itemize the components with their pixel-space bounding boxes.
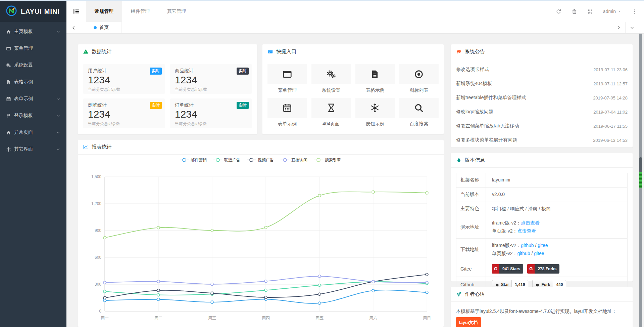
sidebar-item-label: 表格示例 (14, 79, 33, 85)
header-nav-tab[interactable]: 其它管理 (158, 1, 195, 22)
version-link[interactable]: gitee (534, 251, 544, 256)
data-point (211, 292, 213, 294)
link-prefix: iframe版-v2： (492, 243, 521, 248)
version-link[interactable]: github (517, 251, 530, 256)
fire-drop-icon (456, 157, 462, 163)
page-tabbar: 首页 (66, 22, 644, 34)
chevron-down-icon (56, 147, 60, 152)
svg-text:周二: 周二 (154, 316, 162, 320)
tab-menu-down-icon[interactable] (625, 22, 639, 33)
announcement-date: 2019-07-04 11:02 (593, 110, 628, 115)
quick-entry-item[interactable]: 表单示例 (267, 98, 307, 127)
menu-fold-icon[interactable] (66, 1, 86, 22)
quick-entry-item[interactable]: 图标列表 (399, 64, 439, 93)
refresh-icon[interactable] (556, 9, 561, 14)
header-nav-tab[interactable]: 组件管理 (122, 1, 158, 22)
announcement-title[interactable]: 修改logo缩放问题 (456, 109, 493, 115)
version-link[interactable]: 点击查看 (521, 220, 540, 226)
quick-entry-item[interactable]: 404页面 (311, 98, 351, 127)
more-kebab-icon[interactable] (632, 9, 637, 14)
announcement-title[interactable]: 修改选项卡样式 (456, 67, 489, 73)
home-icon (6, 29, 14, 34)
stat-card-title: 浏览统计 (88, 102, 160, 108)
sidebar-item[interactable]: 主页模板 (0, 23, 66, 40)
svg-text:搜索引擎: 搜索引擎 (325, 158, 341, 162)
gitee-logo-icon: G (492, 264, 499, 274)
version-link[interactable]: 点击查看 (517, 228, 536, 234)
flag-icon (6, 113, 14, 118)
paper-plane-icon (456, 291, 462, 297)
legend-item[interactable]: 直接访问 (281, 158, 307, 162)
announcement-title[interactable]: 修复多模块菜单栏展开有问题 (456, 137, 517, 143)
sidebar-item-label: 登录模板 (14, 113, 33, 119)
clear-cache-trash-icon[interactable] (572, 9, 577, 14)
sidebar-item[interactable]: 其它界面 (0, 141, 66, 158)
legend-item[interactable]: 邮件营销 (180, 158, 207, 162)
svg-text:300: 300 (95, 282, 101, 287)
announcement-title[interactable]: 新增系统404模板 (456, 81, 492, 87)
panel-title: 快捷入口 (276, 48, 296, 55)
card-icon (267, 49, 273, 54)
tab-scroll-right-icon[interactable] (612, 22, 625, 33)
octocat-icon (495, 283, 499, 287)
svg-text:周四: 周四 (262, 316, 270, 320)
announcement-title[interactable]: 修复左侧菜单缩放tab无法移动 (456, 123, 519, 129)
legend-item[interactable]: 视频广告 (247, 158, 274, 162)
panel-quick-entry: 快捷入口 菜单管理系统设置表格示例图标列表表单示例404页面按钮示例百度搜索 (262, 44, 444, 134)
header-nav-tab[interactable]: 常规管理 (86, 1, 122, 22)
logo[interactable]: LAYUI MINI (0, 1, 66, 22)
data-point (211, 283, 213, 286)
version-row: 框架名称layuimini (456, 173, 628, 188)
svg-text:周日: 周日 (423, 316, 431, 320)
sidebar-item[interactable]: 异常页面 (0, 124, 66, 141)
quick-entry-item[interactable]: 系统设置 (311, 64, 351, 93)
app-title: LAYUI MINI (21, 8, 60, 15)
quick-entry-item[interactable]: 按钮示例 (355, 98, 395, 127)
version-link[interactable]: gitee (538, 243, 548, 248)
data-point (211, 301, 213, 303)
version-row-label: Gitee (456, 261, 486, 277)
version-row-value: iframe版-v2：点击查看单页版-v2：点击查看 (486, 216, 628, 239)
page-scrollbar-track[interactable] (639, 34, 642, 327)
layui-doc-badge[interactable]: layui文档 (456, 317, 481, 327)
version-link[interactable]: github (521, 243, 534, 248)
gears-icon (6, 63, 14, 68)
announcement-title[interactable]: 新增treetable插件和菜单管理样式 (456, 95, 526, 101)
legend-item[interactable]: 搜索引擎 (314, 158, 341, 162)
quick-entry-label: 404页面 (311, 121, 351, 127)
sidebar-item[interactable]: 表格示例 (0, 74, 66, 90)
svg-text:周六: 周六 (369, 316, 377, 320)
sidebar-item[interactable]: 系统设置 (0, 57, 66, 74)
window-icon (267, 64, 307, 84)
page-scrollbar-thumb[interactable] (639, 157, 642, 188)
tab-scroll-left-icon[interactable] (66, 22, 81, 33)
fullscreen-icon[interactable] (587, 9, 593, 14)
quick-entry-item[interactable]: 百度搜索 (399, 98, 439, 127)
header: 常规管理组件管理其它管理 admin (66, 1, 644, 22)
sidebar-item-label: 表单示例 (14, 96, 33, 102)
user-menu[interactable]: admin (603, 9, 622, 14)
version-row: 主要特色零门槛 / 响应式 / 清爽 / 极简 (456, 202, 628, 216)
panel-title: 作者心语 (465, 291, 485, 297)
sidebar-item[interactable]: 表单示例 (0, 90, 66, 107)
data-point (264, 289, 267, 292)
legend-item[interactable]: 联盟广告 (213, 158, 240, 162)
data-point (264, 226, 267, 229)
version-row-label: 当前版本 (456, 187, 486, 202)
hourglass-icon (311, 98, 351, 118)
announcement-row: 修改选项卡样式2019-07-11 23:06 (456, 63, 628, 77)
svg-text:0: 0 (99, 309, 101, 314)
version-row: 演示地址iframe版-v2：点击查看单页版-v2：点击查看 (456, 216, 628, 239)
svg-text:600: 600 (95, 255, 101, 260)
sidebar-item-label: 菜单管理 (14, 45, 33, 51)
tab-home[interactable]: 首页 (81, 22, 121, 33)
sidebar-item[interactable]: 登录模板 (0, 107, 66, 124)
gitee-badge[interactable]: G278 Forks (527, 264, 559, 274)
quick-entry-item[interactable]: 表格示例 (355, 64, 395, 93)
data-point (264, 280, 267, 283)
quick-entry-item[interactable]: 菜单管理 (267, 64, 307, 93)
gitee-badge[interactable]: G941 Stars (492, 264, 523, 274)
report-chart-svg: 邮件营销联盟广告视频广告直接访问搜索引擎03006009001,2001,500… (78, 155, 444, 327)
report-chart: 邮件营销联盟广告视频广告直接访问搜索引擎03006009001,2001,500… (78, 155, 444, 327)
sidebar-item[interactable]: 菜单管理 (0, 40, 66, 57)
